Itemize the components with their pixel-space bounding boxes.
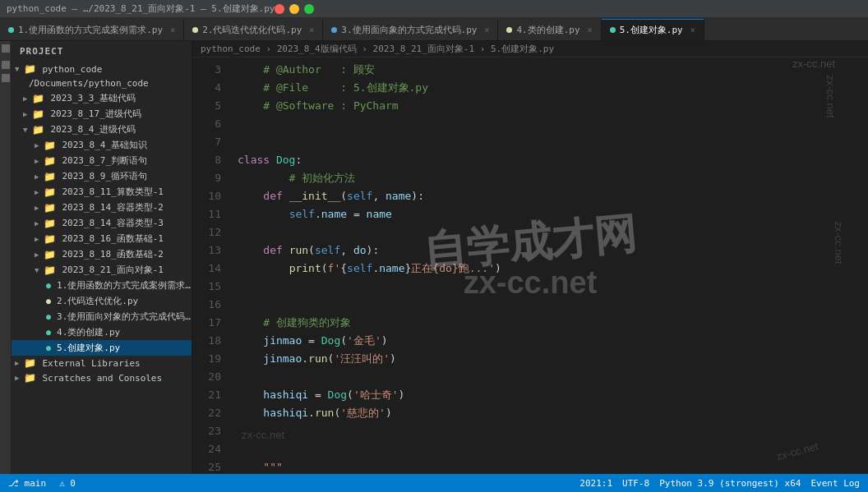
code-line: hashiqi = Dog('哈士奇'): [238, 386, 860, 404]
sidebar: Project ▼📁python_code/Documents/python_c…: [12, 41, 192, 474]
line-number: 14: [192, 260, 221, 278]
file-tree: ▼📁python_code/Documents/python_code▶📁202…: [12, 62, 192, 474]
code-line: # 创建狗类的对象: [238, 314, 860, 332]
tree-item[interactable]: ▼📁2023_8_4_进级代码: [12, 122, 192, 137]
line-number: 17: [192, 314, 221, 332]
code-line: hashiqi.run('慈悲的'): [238, 404, 860, 422]
line-number: 23: [192, 422, 221, 440]
code-line: # @Author : 顾安: [238, 61, 860, 79]
code-line: [238, 368, 860, 386]
line-number: 5: [192, 97, 221, 115]
tree-item[interactable]: ▶📁2023_8_16_函数基础-1: [12, 231, 192, 246]
status-line-col: 2021:1: [579, 478, 612, 489]
line-number: 9: [192, 169, 221, 187]
breadcrumb: python_code › 2023_8_4版编代码 › 2023_8_21_面…: [192, 41, 868, 57]
tab-tab4[interactable]: 4.类的创建.py×: [498, 19, 601, 40]
line-number: 11: [192, 205, 221, 223]
status-errors: ⚠ 0: [59, 478, 76, 489]
tab-tab5[interactable]: 5.创建对象.py×: [602, 19, 704, 40]
status-event-log[interactable]: Event Log: [810, 478, 860, 489]
code-line: def __init__(self, name):: [238, 187, 860, 205]
tab-tab1[interactable]: 1.使用函数的方式完成案例需求.py×: [0, 19, 184, 40]
code-line: [238, 296, 860, 314]
code-line: [238, 440, 860, 458]
tree-item[interactable]: ▶📁External Libraries: [12, 356, 192, 370]
tree-item[interactable]: ●2.代码迭代优化.py: [12, 293, 192, 309]
line-number: 13: [192, 241, 221, 260]
tree-item[interactable]: ●5.创建对象.py: [12, 340, 192, 356]
tree-item[interactable]: ●3.使用面向对象的方式完成代码.py: [12, 309, 192, 324]
line-number: 15: [192, 278, 221, 296]
code-line: [238, 133, 860, 151]
sidebar-header-label: Project: [20, 46, 63, 57]
code-line: # @Software : PyCharm: [238, 97, 860, 115]
line-number: 7: [192, 133, 221, 151]
code-line: def run(self, do):: [238, 241, 860, 260]
tree-item[interactable]: ▶📁2023_8_14_容器类型-3: [12, 215, 192, 231]
code-line: jinmao.run('汪汪叫的'): [238, 350, 860, 368]
git-branch: ⎇ main: [8, 478, 46, 489]
tree-item[interactable]: ▶📁2023_3_3_基础代码: [12, 90, 192, 106]
activity-bar: [0, 41, 12, 474]
tree-item[interactable]: ▶📁2023_8_9_循环语句: [12, 168, 192, 184]
line-number: 20: [192, 368, 221, 386]
tree-item[interactable]: ▶📁2023_8_14_容器类型-2: [12, 200, 192, 215]
tree-item[interactable]: ●4.类的创建.py: [12, 324, 192, 340]
tree-item[interactable]: ▶📁2023_8_7_判断语句: [12, 153, 192, 168]
status-python: Python 3.9 (strongest) x64: [659, 478, 801, 489]
code-line: [238, 278, 860, 296]
tree-item[interactable]: ▼📁python_code: [12, 62, 192, 76]
code-line: [238, 115, 860, 133]
tab-bar: 1.使用函数的方式完成案例需求.py×2.代码迭代优化代码.py×3.使用面向象…: [0, 18, 868, 41]
tree-item[interactable]: ▶📁2023_8_11_算数类型-1: [12, 184, 192, 200]
code-content: 3456789101112131415161718192021222324252…: [192, 57, 868, 474]
tab-tab2[interactable]: 2.代码迭代优化代码.py×: [184, 19, 323, 40]
line-number: 24: [192, 440, 221, 458]
code-line: [238, 223, 860, 241]
code-line: """: [238, 458, 860, 474]
main-layout: Project ▼📁python_code/Documents/python_c…: [0, 41, 868, 474]
git-icon[interactable]: [2, 74, 10, 82]
title-bar: python_code – …/2023_8_21_面向对象-1 – 5.创建对…: [0, 0, 868, 18]
tree-item[interactable]: ▶📁2023_8_4_基础知识: [12, 137, 192, 153]
code-line: class Dog:: [238, 151, 860, 169]
line-number: 25: [192, 458, 221, 474]
close-button[interactable]: [275, 4, 284, 14]
line-number: 16: [192, 296, 221, 314]
explorer-icon[interactable]: [2, 44, 10, 53]
sidebar-header: Project: [12, 41, 192, 62]
code-line: print(f'{self.name}正在{do}跑...'): [238, 260, 860, 278]
code-lines[interactable]: # @Author : 顾安 # @File : 5.创建对象.py # @So…: [229, 57, 868, 474]
status-bar: ⎇ main ⚠ 0 2021:1 UTF-8 Python 3.9 (stro…: [0, 474, 868, 492]
line-number: 21: [192, 386, 221, 404]
line-numbers: 3456789101112131415161718192021222324252…: [192, 57, 229, 474]
code-line: self.name = name: [238, 205, 860, 223]
tree-item[interactable]: ●1.使用函数的方式完成案例需求.py: [12, 278, 192, 293]
minimize-button[interactable]: [289, 4, 299, 14]
code-line: jinmao = Dog('金毛'): [238, 332, 860, 350]
line-number: 3: [192, 61, 221, 79]
line-number: 4: [192, 79, 221, 97]
window-controls: [275, 4, 314, 14]
tree-item[interactable]: ▼📁2023_8_21_面向对象-1: [12, 262, 192, 278]
code-area: python_code › 2023_8_4版编代码 › 2023_8_21_面…: [192, 41, 868, 474]
code-line: # @File : 5.创建对象.py: [238, 79, 860, 97]
tree-item[interactable]: ▶📁2023_8_17_进级代码: [12, 106, 192, 122]
tab-tab3[interactable]: 3.使用面向象的方式完成代码.py×: [323, 19, 498, 40]
tree-item[interactable]: /Documents/python_code: [12, 76, 192, 90]
title-bar-text: python_code – …/2023_8_21_面向对象-1 – 5.创建对…: [7, 2, 275, 15]
line-number: 18: [192, 332, 221, 350]
search-icon[interactable]: [2, 61, 10, 69]
maximize-button[interactable]: [304, 4, 314, 14]
line-number: 19: [192, 350, 221, 368]
line-number: 6: [192, 115, 221, 133]
tree-item[interactable]: ▶📁Scratches and Consoles: [12, 370, 192, 385]
line-number: 10: [192, 187, 221, 205]
line-number: 12: [192, 223, 221, 241]
code-line: [238, 422, 860, 440]
line-number: 8: [192, 151, 221, 169]
status-encoding: UTF-8: [622, 478, 649, 489]
tree-item[interactable]: ▶📁2023_8_18_函数基础-2: [12, 246, 192, 262]
line-number: 22: [192, 404, 221, 422]
code-line: # 初始化方法: [238, 169, 860, 187]
